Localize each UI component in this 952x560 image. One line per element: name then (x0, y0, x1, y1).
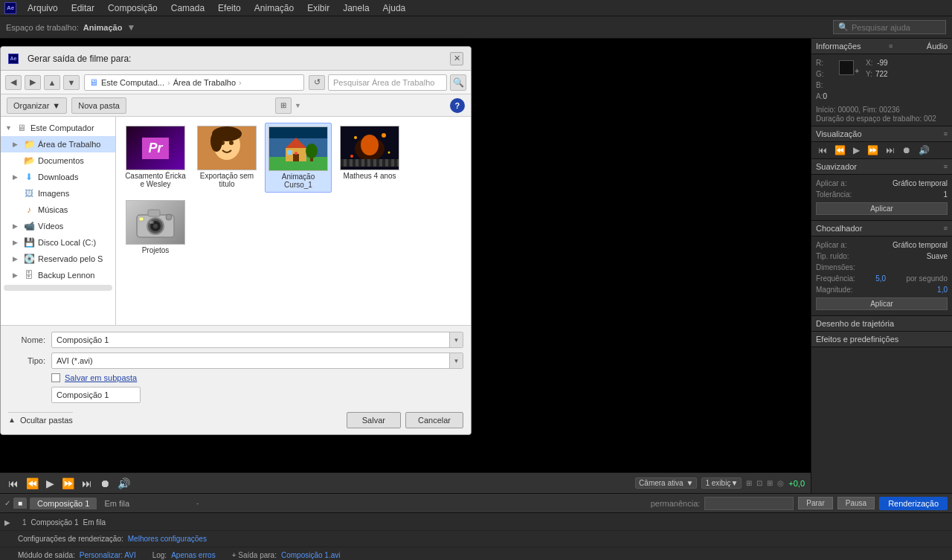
view-icon-3[interactable]: ⊞ (767, 479, 773, 487)
organize-button[interactable]: Organizar ▼ (7, 97, 67, 114)
sidebar-item-downloads[interactable]: ▶ ⬇ Downloads (1, 169, 115, 185)
choc-menu-icon[interactable]: ≡ (944, 225, 948, 232)
color-picker-icon[interactable]: + (855, 67, 859, 75)
nome-combo-arrow[interactable]: ▼ (449, 332, 463, 347)
nav-up-button[interactable]: ▲ (44, 75, 60, 90)
chocalhador-aplicar-button[interactable]: Aplicar (816, 297, 948, 310)
file-item-exportacao[interactable]: Exportação sem titulo (193, 123, 260, 193)
efeitos-pred-header: Efeitos e predefinições (811, 332, 952, 347)
view-toggle-button[interactable]: ⊞ (275, 97, 292, 114)
file-item-animacao[interactable]: Animação Curso_1 (265, 123, 332, 193)
viz-skip-fwd-icon[interactable]: ⏭ (884, 145, 897, 155)
sidebar-item-videos[interactable]: ▶ 📹 Vídeos (1, 218, 115, 234)
por-segundo-label: por segundo (906, 274, 948, 283)
svg-point-32 (149, 221, 154, 224)
svg-point-24 (350, 155, 353, 158)
menu-editar[interactable]: Editar (66, 1, 100, 15)
viz-play-icon[interactable]: ▶ (851, 145, 862, 155)
tipo-combo-arrow[interactable]: ▼ (449, 353, 463, 368)
sidebar-item-backup[interactable]: ▶ 🗄 Backup Lennon (1, 267, 115, 283)
hide-folders-chevron-icon[interactable]: ▲ (8, 416, 16, 424)
tree-label-pc: Este Computador (30, 123, 94, 132)
image-icon: 🖼 (23, 187, 35, 199)
nav-forward-button[interactable]: ▶ (25, 75, 41, 90)
sidebar-item-imagens[interactable]: 🖼 Imagens (1, 185, 115, 202)
dimensoes-label: Dimensões: (816, 263, 855, 271)
hide-folders-row: ▲ Ocultar pastas (8, 412, 73, 425)
view-label: 1 exibiç▼ (705, 479, 738, 487)
audio-tab[interactable]: Áudio (927, 42, 948, 51)
file-thumb-casamento: Pr (126, 126, 185, 170)
viz-menu-icon[interactable]: ≡ (944, 130, 948, 138)
viz-skip-back-icon[interactable]: ⏮ (816, 145, 829, 155)
nav-back-button[interactable]: ◀ (5, 75, 22, 90)
viz-audio-icon[interactable]: 🔊 (916, 145, 932, 155)
dialog-close-button[interactable]: ✕ (450, 52, 463, 65)
tipo-combo: ▼ (51, 353, 463, 369)
sidebar-item-este-computador[interactable]: ▼ 🖥 Este Computador (1, 120, 115, 136)
dialog-footer: Nome: ▼ Tipo: ▼ Salvar em subpasta (1, 325, 471, 434)
menu-ajuda[interactable]: Ajuda (378, 1, 411, 15)
view-dropdown-arrow[interactable]: ▼ (295, 102, 301, 109)
salvar-subpasta-checkbox[interactable] (51, 373, 60, 382)
info-menu-icon[interactable]: ≡ (889, 42, 892, 50)
renderizacao-button[interactable]: Renderização (879, 497, 948, 510)
tipo-input[interactable] (51, 353, 463, 369)
suav-menu-icon[interactable]: ≡ (944, 163, 948, 170)
permanencia-input[interactable] (704, 497, 794, 510)
menu-exibir[interactable]: Exibir (302, 1, 335, 15)
sidebar-item-documentos[interactable]: 📂 Documentos (1, 152, 115, 169)
viz-step-back-icon[interactable]: ⏪ (832, 145, 848, 155)
menu-camada[interactable]: Camada (166, 1, 210, 15)
menu-janela[interactable]: Janela (338, 1, 374, 15)
tree-label-musicas: Músicas (38, 205, 68, 214)
file-item-matheus[interactable]: Matheus 4 anos (336, 123, 403, 193)
nav-refresh-button[interactable]: ↺ (309, 75, 325, 90)
tree-label-imagens: Imagens (38, 189, 69, 198)
menu-efeito[interactable]: Efeito (213, 1, 246, 15)
sidebar-item-musicas[interactable]: ♪ Músicas (1, 202, 115, 218)
view-icon-4[interactable]: ◎ (777, 479, 784, 487)
nav-dropdown-button[interactable]: ▼ (63, 75, 80, 90)
help-search-box: 🔍 (833, 20, 946, 34)
salvar-subpasta-label[interactable]: Salvar em subpasta (65, 373, 137, 382)
sidebar-item-disco-local[interactable]: ▶ 💾 Disco Local (C:) (1, 234, 115, 251)
new-folder-button[interactable]: Nova pasta (71, 97, 126, 114)
sidebar-item-reservado[interactable]: ▶ 💽 Reservado pelo S (1, 251, 115, 267)
b-label: B: (816, 81, 823, 89)
file-thumb-matheus (340, 126, 399, 170)
tipo-label: Tipo: (8, 356, 45, 365)
path-search-button[interactable]: 🔍 (450, 74, 466, 91)
menu-arquivo[interactable]: Arquivo (22, 1, 63, 15)
menu-composicao[interactable]: Composição (103, 1, 163, 15)
breadcrumb-sep1: › (167, 78, 170, 87)
breadcrumb-pc[interactable]: Este Computad... (101, 78, 164, 87)
breadcrumb-folder[interactable]: Área de Trabalho (173, 78, 236, 87)
view-dropdown[interactable]: 1 exibiç▼ (701, 477, 742, 489)
path-search-box[interactable]: Pesquisar Área de Trabalho (328, 74, 447, 91)
view-icon-2[interactable]: ⊡ (756, 479, 762, 487)
pausa-button[interactable]: Pausa (837, 497, 875, 509)
help-button[interactable]: ? (450, 98, 465, 113)
sidebar-item-area-trabalho[interactable]: ▶ 📁 Área de Trabalho (1, 136, 115, 152)
file-thumb-animacao (268, 126, 328, 171)
suavizador-aplicar-button[interactable]: Aplicar (816, 202, 948, 215)
viz-step-fwd-icon[interactable]: ⏩ (865, 145, 881, 155)
file-item-projetos[interactable]: Projetos (122, 197, 189, 257)
menu-animacao[interactable]: Animação (249, 1, 299, 15)
view-icon-1[interactable]: ⊞ (746, 479, 752, 487)
file-item-casamento[interactable]: Pr Casamento Éricka e Wesley (122, 123, 189, 193)
nome-input[interactable] (51, 332, 463, 348)
chocalhador-section: Aplicar a: Gráfico temporal Tip. ruído: … (811, 236, 952, 316)
salvar-button[interactable]: Salvar (347, 412, 401, 428)
camera-dropdown[interactable]: Câmera ativa ▼ (635, 477, 697, 489)
informacoes-tab[interactable]: Informações (816, 42, 861, 51)
ae-logo: Ae (4, 2, 16, 14)
coords-section: R: G: B: A: 0 + (811, 54, 952, 126)
cancelar-button[interactable]: Cancelar (405, 412, 463, 428)
parar-button[interactable]: Parar (798, 497, 832, 509)
viz-record-icon[interactable]: ⏺ (900, 145, 913, 155)
help-search-input[interactable] (852, 23, 941, 32)
file-label-matheus: Matheus 4 anos (343, 172, 396, 180)
subpath-input[interactable] (51, 387, 141, 403)
